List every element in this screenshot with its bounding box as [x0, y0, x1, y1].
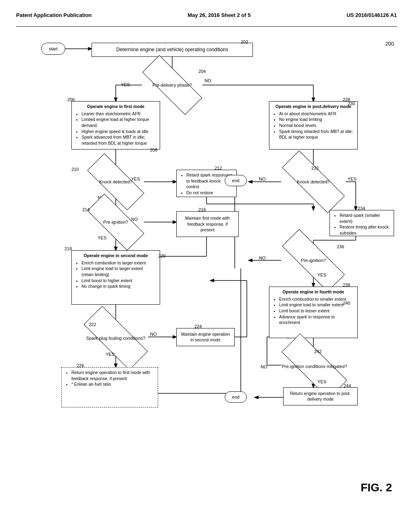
- diamond-210: Knock detected?: [88, 170, 144, 194]
- num-226: 226: [77, 363, 84, 368]
- num-230: 230: [348, 101, 355, 106]
- num-240: 240: [343, 301, 350, 305]
- yes-222: YES: [106, 352, 115, 357]
- box-202: Determine engine (and vehicle) operating…: [92, 43, 253, 57]
- yes-214: YES: [98, 235, 106, 240]
- num-234: 234: [358, 206, 365, 211]
- no-236: NO: [259, 256, 266, 260]
- diamond-222-label: Spark plug fouling conditions?: [86, 336, 146, 341]
- diamond-210-label: Knock detected?: [99, 179, 132, 184]
- num-222: 222: [89, 322, 96, 327]
- box-224: Maintain engine operation in second mode: [176, 328, 235, 346]
- box-206-list: Leaner than stoichiometric AFR Limited e…: [76, 111, 156, 146]
- num-208: 208: [150, 148, 157, 152]
- num-202: 202: [241, 39, 248, 44]
- num-232: 232: [311, 166, 319, 170]
- diamond-236: Pre-ignition?: [281, 248, 346, 272]
- box-244-label: Return engine operation to post-delivery…: [287, 391, 354, 402]
- diamond-236-label: Pre-ignition?: [301, 258, 326, 263]
- yes-204: YES: [121, 82, 130, 87]
- page-header: Patent Application Publication May 26, 2…: [16, 8, 397, 27]
- header-center: May 26, 2016 Sheet 2 of 5: [188, 12, 250, 18]
- header-left: Patent Application Publication: [16, 12, 92, 18]
- flowchart: 200 start Determine engine (and vehicle)…: [17, 31, 396, 498]
- box-226: Return engine operation to first mode wi…: [61, 367, 158, 407]
- label-200: 200: [385, 41, 394, 47]
- num-242: 242: [314, 349, 321, 354]
- figure-label: FIG. 2: [361, 481, 392, 494]
- num-236: 236: [337, 244, 344, 249]
- start-node: start: [41, 43, 65, 55]
- box-224-label: Maintain engine operation in second mode: [180, 332, 231, 343]
- num-216: 216: [198, 207, 206, 212]
- num-204: 204: [198, 69, 206, 74]
- box-218: Operate engine in second mode Enrich com…: [71, 250, 160, 305]
- yes-242: YES: [317, 379, 326, 384]
- box-228: Operate engine in post-delivery mode At …: [269, 101, 358, 150]
- num-214: 214: [82, 207, 90, 212]
- num-220: 220: [158, 254, 165, 258]
- no-232: NO: [259, 177, 266, 181]
- end2-node: end: [225, 391, 247, 403]
- header-right: US 2016/0146126 A1: [346, 12, 397, 18]
- no-214: NO: [131, 217, 138, 222]
- diamond-204: Pre-delivery phase?: [142, 73, 202, 97]
- diamond-242-label: Pre-ignition conditions mitigated?: [282, 364, 347, 369]
- box-234: Retard spark (smaller extent) Restore ti…: [330, 210, 394, 236]
- num-212: 212: [215, 166, 222, 170]
- diamond-232: Knock detected?: [281, 170, 346, 194]
- diamond-232-label: Knock detected?: [297, 179, 330, 184]
- yes-236: YES: [317, 272, 326, 277]
- box-202-label: Determine engine (and vehicle) operating…: [116, 47, 228, 53]
- num-224: 224: [194, 324, 202, 329]
- box-244: Return engine operation to post-delivery…: [283, 387, 358, 405]
- num-218: 218: [65, 246, 72, 251]
- box-206: Operate engine in first mode Leaner than…: [71, 101, 160, 150]
- num-238: 238: [343, 283, 350, 287]
- diamond-204-label: Pre-delivery phase?: [152, 83, 192, 87]
- diamond-222: Spark plug fouling conditions?: [83, 325, 148, 351]
- num-210: 210: [71, 167, 79, 172]
- yes-232: YES: [348, 177, 357, 181]
- box-238: Operate engine in fourth mode Enrich com…: [269, 287, 358, 338]
- no-242: NO: [261, 364, 267, 369]
- end1-node: end: [225, 175, 247, 186]
- box-216: Maintain first mode with feedback respon…: [176, 211, 239, 237]
- num-244: 244: [344, 383, 351, 388]
- diamond-214: Pre-ignition?: [88, 210, 144, 234]
- no-222: NO: [150, 332, 157, 337]
- diamond-214-label: Pre-ignition?: [103, 220, 128, 224]
- no-204: NO: [204, 78, 211, 83]
- yes-210: YES: [131, 177, 140, 181]
- diamond-242: Pre-ignition conditions mitigated?: [281, 353, 348, 379]
